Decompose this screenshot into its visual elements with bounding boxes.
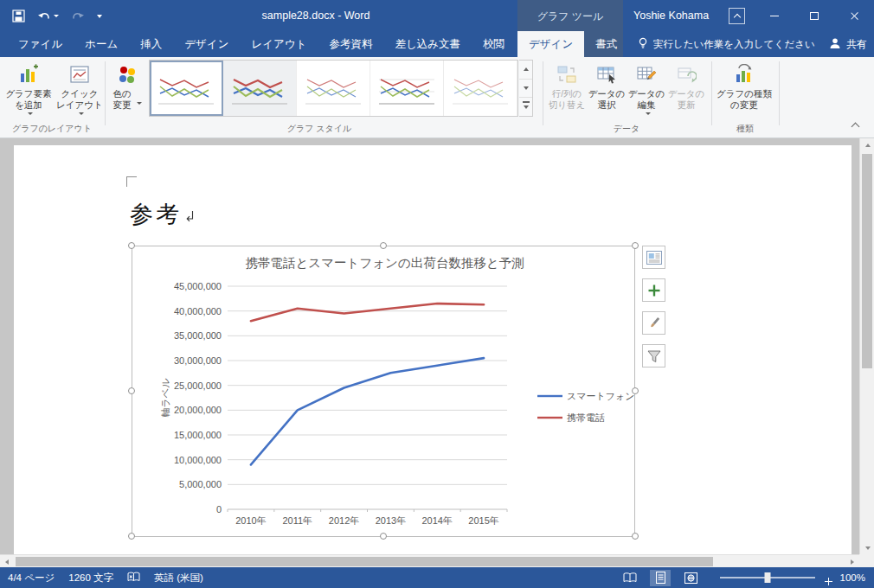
read-mode-button[interactable] <box>620 570 640 586</box>
tab-mailings[interactable]: 差し込み文書 <box>383 31 472 57</box>
layout-options-button[interactable] <box>642 246 665 269</box>
change-colors-icon <box>116 63 138 86</box>
close-button[interactable] <box>834 0 874 31</box>
more-styles-icon <box>523 101 530 102</box>
tab-layout[interactable]: レイアウト <box>240 31 318 57</box>
chart-style-thumbnail-1[interactable] <box>150 61 223 116</box>
brush-icon <box>646 316 662 331</box>
title-bar: sample28.docx - Word グラフ ツール Yoshie Koha… <box>0 0 874 31</box>
legend-label-0: スマートフォン <box>567 391 634 401</box>
legend-label-1: 携帯電話 <box>567 412 605 423</box>
chart-series-line-0 <box>251 358 484 464</box>
chart-title: 携帯電話とスマートフォンの出荷台数推移と予測 <box>245 256 524 270</box>
change-colors-button[interactable]: 色の 変更 <box>107 59 147 126</box>
add-chart-element-button[interactable]: グラフ要素 を追加 <box>3 59 54 126</box>
print-layout-button[interactable] <box>650 570 671 586</box>
chart-elements-button[interactable] <box>642 278 665 302</box>
resize-handle-top-left[interactable] <box>128 242 135 249</box>
resize-handle-bottom-center[interactable] <box>380 533 387 540</box>
tab-chart-format[interactable]: 書式 <box>584 31 628 57</box>
horizontal-scrollbar[interactable] <box>0 554 859 567</box>
tab-insert[interactable]: 挿入 <box>129 31 173 57</box>
resize-handle-top-right[interactable] <box>632 242 639 249</box>
tell-me-label: 実行したい作業を入力してください <box>653 38 815 51</box>
vertical-scrollbar-thumb[interactable] <box>862 154 872 368</box>
triangle-down-icon <box>865 546 871 553</box>
select-data-button[interactable]: データの 選択 <box>587 59 627 126</box>
gallery-more-button[interactable] <box>519 98 532 116</box>
tab-chart-design[interactable]: デザイン <box>517 31 584 57</box>
gallery-scroll-down-button[interactable] <box>519 80 532 99</box>
tab-home[interactable]: ホーム <box>74 31 129 57</box>
refresh-data-label: データの 更新 <box>668 88 705 110</box>
change-chart-type-button[interactable]: グラフの種類 の変更 <box>717 59 772 126</box>
quick-layout-button[interactable]: クイック レイアウト <box>55 59 104 126</box>
resize-handle-bottom-right[interactable] <box>632 533 639 540</box>
collapse-ribbon-button[interactable] <box>846 118 864 132</box>
add-chart-element-label: グラフ要素 を追加 <box>5 88 51 110</box>
triangle-left-icon <box>3 559 9 565</box>
minimize-button[interactable] <box>755 0 794 31</box>
chart-object[interactable]: 05,000,00010,000,00015,000,00020,000,000… <box>132 246 635 537</box>
change-chart-type-icon <box>733 63 755 86</box>
zoom-slider[interactable] <box>720 577 815 578</box>
quick-layout-icon <box>68 63 91 86</box>
edit-data-button[interactable]: データの 編集 <box>627 59 666 126</box>
chart-style-thumbnail-3[interactable] <box>297 61 370 116</box>
account-user-name[interactable]: Yoshie Kohama <box>633 10 709 22</box>
gallery-scroll-up-button[interactable] <box>519 61 532 80</box>
add-chart-element-icon <box>17 63 40 86</box>
undo-icon[interactable] <box>37 10 59 22</box>
scroll-right-button[interactable] <box>845 555 859 567</box>
tab-review[interactable]: 校閲 <box>472 31 516 57</box>
maximize-button[interactable] <box>794 0 834 31</box>
edit-data-label: データの 編集 <box>628 88 665 110</box>
share-button[interactable]: 共有 <box>829 31 867 57</box>
language-indicator[interactable]: 英語 (米国) <box>154 572 203 585</box>
customize-quick-access-icon[interactable] <box>97 15 102 21</box>
tell-me-box[interactable]: 実行したい作業を入力してください <box>638 31 815 57</box>
proofing-status-icon[interactable] <box>127 572 140 585</box>
heading-text: 参考 <box>130 199 182 230</box>
svg-text:2010年: 2010年 <box>235 515 266 526</box>
vertical-scrollbar[interactable] <box>859 138 874 554</box>
ribbon-display-options-button[interactable] <box>729 8 745 24</box>
tab-design[interactable]: デザイン <box>173 31 240 57</box>
group-divider <box>711 61 712 125</box>
resize-handle-bottom-left[interactable] <box>128 533 135 540</box>
group-label-type: 種類 <box>711 123 779 135</box>
tab-references[interactable]: 参考資料 <box>318 31 383 57</box>
chart-y-axis-label: 軸ラベル <box>160 378 170 418</box>
group-label-chart-layouts: グラフのレイアウト <box>0 123 104 135</box>
page-indicator[interactable]: 4/4 ページ <box>8 572 55 585</box>
chart-styles-button[interactable] <box>642 311 665 335</box>
group-divider <box>105 61 106 125</box>
scroll-up-button[interactable] <box>860 138 874 151</box>
document-chart[interactable]: 05,000,00010,000,00015,000,00020,000,000… <box>132 246 634 536</box>
resize-handle-top-center[interactable] <box>380 242 387 249</box>
scroll-left-button[interactable] <box>0 555 14 567</box>
zoom-slider-thumb[interactable] <box>765 572 771 583</box>
word-count[interactable]: 1260 文字 <box>68 572 113 585</box>
tab-file[interactable]: ファイル <box>7 31 74 57</box>
document-heading[interactable]: 参考 <box>130 199 196 230</box>
save-icon[interactable] <box>12 10 25 22</box>
resize-handle-middle-left[interactable] <box>128 387 135 394</box>
contextual-tool-header: グラフ ツール <box>517 0 623 31</box>
svg-text:0: 0 <box>216 504 222 514</box>
zoom-percentage[interactable]: 100% <box>834 572 865 583</box>
refresh-data-button: データの 更新 <box>666 59 706 126</box>
select-data-label: データの 選択 <box>588 88 626 110</box>
horizontal-scrollbar-thumb[interactable] <box>16 557 713 566</box>
svg-text:45,000,000: 45,000,000 <box>174 281 222 291</box>
scroll-down-button[interactable] <box>860 541 874 554</box>
resize-handle-middle-right[interactable] <box>632 387 639 394</box>
chart-style-thumbnail-5[interactable] <box>444 61 517 116</box>
web-layout-button[interactable] <box>680 570 701 586</box>
chart-style-thumbnail-4[interactable] <box>370 61 444 116</box>
chart-style-thumbnail-2[interactable] <box>223 61 297 116</box>
window-title: sample28.docx - Word <box>208 10 424 22</box>
chart-filters-button[interactable] <box>642 344 665 368</box>
refresh-data-icon <box>675 63 697 86</box>
funnel-icon <box>646 348 662 364</box>
